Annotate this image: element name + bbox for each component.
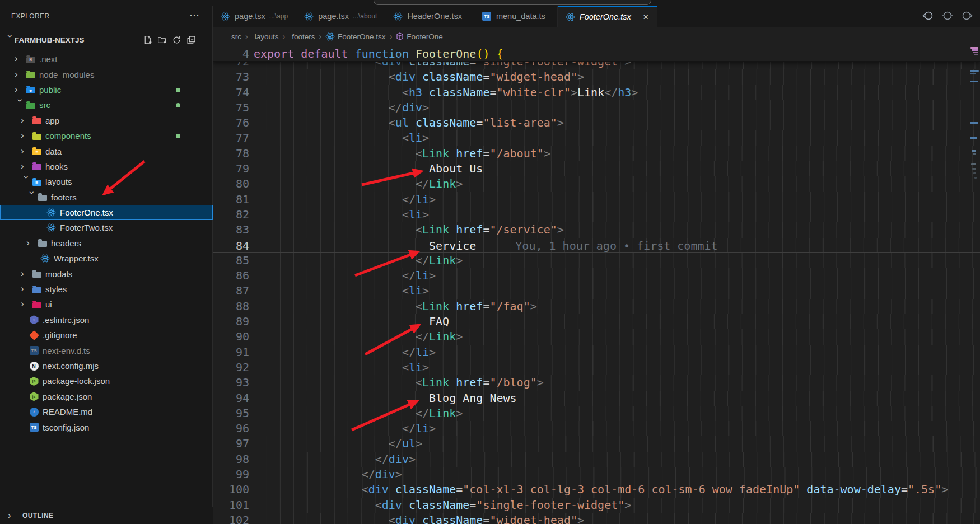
chevron-icon: › bbox=[21, 130, 32, 140]
breadcrumb-item[interactable]: layouts › bbox=[252, 32, 289, 41]
git-modified-dot bbox=[176, 88, 180, 92]
code-line[interactable]: 86 </li> bbox=[213, 268, 980, 283]
code-line[interactable]: 101 <div className="single-footer-widget… bbox=[213, 498, 980, 513]
tree-item[interactable]: › components bbox=[0, 128, 213, 143]
code-line[interactable]: 100 <div className="col-xl-3 col-lg-3 co… bbox=[213, 482, 980, 497]
editor-tab[interactable]: page.tsx ...\app bbox=[213, 6, 296, 27]
tree-item[interactable]: › ≡ data bbox=[0, 143, 213, 158]
code-editor[interactable]: 72 <div className="single-footer-widget"… bbox=[213, 46, 980, 524]
code-line[interactable]: 82 <li> bbox=[213, 207, 980, 222]
code-line[interactable]: 95 </Link> bbox=[213, 406, 980, 421]
code-line[interactable]: 78 <Link href="/about"> bbox=[213, 146, 980, 161]
code-line[interactable]: 77 <li> bbox=[213, 130, 980, 146]
code-line[interactable]: 76 <ul className="list-area"> bbox=[213, 115, 980, 130]
code-line[interactable]: 74 <h3 className="white-clr">Link</h3> bbox=[213, 85, 980, 100]
breadcrumb: src › layouts › footers › FooterOne.tsx … bbox=[213, 27, 980, 46]
nav-forward-icon[interactable] bbox=[961, 10, 973, 22]
new-file-icon[interactable] bbox=[143, 35, 152, 45]
tree-item[interactable]: › N next.config.mjs bbox=[0, 358, 213, 373]
line-content: <Link href="/faq"> bbox=[254, 299, 980, 314]
nav-current-icon[interactable] bbox=[941, 10, 954, 22]
explorer-more-actions-icon[interactable]: ⋯ bbox=[189, 9, 200, 21]
collapse-folders-icon[interactable] bbox=[186, 35, 196, 45]
chevron-icon: › bbox=[21, 299, 32, 308]
breadcrumb-item[interactable]: src › bbox=[228, 32, 252, 41]
chevron-down-icon[interactable]: › bbox=[6, 35, 15, 46]
line-number: 75 bbox=[213, 100, 254, 115]
tree-item[interactable]: › i README.md bbox=[0, 404, 213, 419]
tree-item[interactable]: › FooterTwo.tsx bbox=[0, 220, 213, 235]
tree-item[interactable]: › headers bbox=[0, 236, 213, 251]
code-line[interactable]: 81 </li> bbox=[213, 192, 980, 207]
code-line[interactable]: 84 ServiceYou, 1 hour ago • first commit bbox=[213, 238, 980, 253]
breadcrumb-item[interactable]: footers › bbox=[289, 32, 325, 41]
tree-item[interactable]: › ● public bbox=[0, 82, 213, 97]
breadcrumb-item[interactable]: FooterOne.tsx › bbox=[325, 32, 396, 41]
command-center-search[interactable] bbox=[374, 0, 651, 5]
file-type-icon bbox=[32, 284, 41, 294]
minimap-mark bbox=[970, 73, 976, 74]
tree-item[interactable]: › hooks bbox=[0, 159, 213, 174]
tree-item[interactable]: › .gitignore bbox=[0, 328, 213, 343]
explorer-sidebar: EXPLORER ⋯ › FARMHUB-NEXTJS › N .next › bbox=[0, 6, 213, 524]
refresh-explorer-icon[interactable] bbox=[172, 35, 181, 45]
explorer-title: EXPLORER bbox=[11, 12, 50, 20]
tree-item[interactable]: › app bbox=[0, 113, 213, 128]
line-content: <Link href="/about"> bbox=[254, 146, 980, 161]
tree-item[interactable]: › FooterOne.tsx bbox=[0, 205, 213, 220]
code-line[interactable]: 91 </li> bbox=[213, 345, 980, 360]
code-line[interactable]: 79 About Us bbox=[213, 161, 980, 176]
code-line[interactable]: 97 </ul> bbox=[213, 436, 980, 451]
editor-tab[interactable]: FooterOne.tsx ✕ bbox=[558, 6, 657, 27]
line-number: 91 bbox=[213, 345, 254, 360]
nav-back-icon[interactable] bbox=[922, 10, 934, 22]
code-line[interactable]: 80 </Link> bbox=[213, 176, 980, 191]
tree-item[interactable]: › TS tsconfig.json bbox=[0, 419, 213, 434]
tree-item[interactable]: › styles bbox=[0, 282, 213, 297]
code-line[interactable]: 92 <li> bbox=[213, 360, 980, 375]
tree-item-label: FooterOne.tsx bbox=[60, 208, 113, 217]
code-line[interactable]: 90 </Link> bbox=[213, 329, 980, 344]
tree-item[interactable]: › ui bbox=[0, 297, 213, 312]
code-line[interactable]: 73 <div className="widget-head"> bbox=[213, 69, 980, 85]
tree-item[interactable]: › js package-lock.json bbox=[0, 373, 213, 389]
tree-item[interactable]: › ◦ .eslintrc.json bbox=[0, 312, 213, 328]
tree-item[interactable]: › js package.json bbox=[0, 389, 213, 404]
code-line[interactable]: 96 </li> bbox=[213, 421, 980, 436]
tab-description: ...\app bbox=[269, 12, 288, 20]
code-line[interactable]: 99 </div> bbox=[213, 467, 980, 482]
editor-tab[interactable]: HeaderOne.tsx bbox=[385, 6, 474, 27]
code-line[interactable]: 102 <div className="widget-head"> bbox=[213, 513, 980, 524]
new-folder-icon[interactable] bbox=[157, 35, 167, 45]
code-line[interactable]: 75 </div> bbox=[213, 100, 980, 115]
code-line[interactable]: 88 <Link href="/faq"> bbox=[213, 299, 980, 314]
outline-section[interactable]: › OUTLINE bbox=[0, 507, 213, 524]
tree-item[interactable]: › N .next bbox=[0, 52, 213, 67]
sticky-scroll-line[interactable]: 4export default function FooterOne() { bbox=[213, 46, 980, 62]
tree-item[interactable]: › ▦ layouts bbox=[0, 174, 213, 189]
minimap[interactable] bbox=[969, 46, 980, 524]
file-type-icon bbox=[32, 162, 41, 171]
tree-item[interactable]: › footers bbox=[0, 190, 213, 205]
tree-item[interactable]: › Wrapper.tsx bbox=[0, 251, 213, 266]
tree-item[interactable]: › src bbox=[0, 97, 213, 113]
line-number: 79 bbox=[213, 161, 254, 176]
code-line[interactable]: 83 <Link href="/service"> bbox=[213, 222, 980, 237]
tree-item[interactable]: › node_modules bbox=[0, 67, 213, 82]
editor-tab[interactable]: TS menu_data.ts bbox=[474, 6, 558, 27]
code-line[interactable]: 93 <Link href="/blog"> bbox=[213, 375, 980, 390]
code-line[interactable]: 98 </div> bbox=[213, 452, 980, 467]
close-icon[interactable]: ✕ bbox=[643, 13, 649, 21]
code-line[interactable]: 85 </Link> bbox=[213, 253, 980, 268]
code-line[interactable]: 89 FAQ bbox=[213, 314, 980, 329]
file-type-icon bbox=[38, 238, 47, 248]
code-line[interactable]: 94 Blog Ang News bbox=[213, 391, 980, 406]
editor-tab[interactable]: page.tsx ...\about bbox=[296, 6, 385, 27]
tree-item-label: README.md bbox=[43, 407, 92, 417]
tree-item[interactable]: › modals bbox=[0, 266, 213, 281]
tree-item[interactable]: › TS next-env.d.ts bbox=[0, 343, 213, 358]
breadcrumb-item[interactable]: FooterOne › bbox=[396, 32, 443, 41]
line-content: <div className="single-footer-widget"> bbox=[254, 498, 980, 513]
code-line[interactable]: 87 <li> bbox=[213, 283, 980, 298]
project-root-row[interactable]: › FARMHUB-NEXTJS bbox=[0, 32, 213, 49]
